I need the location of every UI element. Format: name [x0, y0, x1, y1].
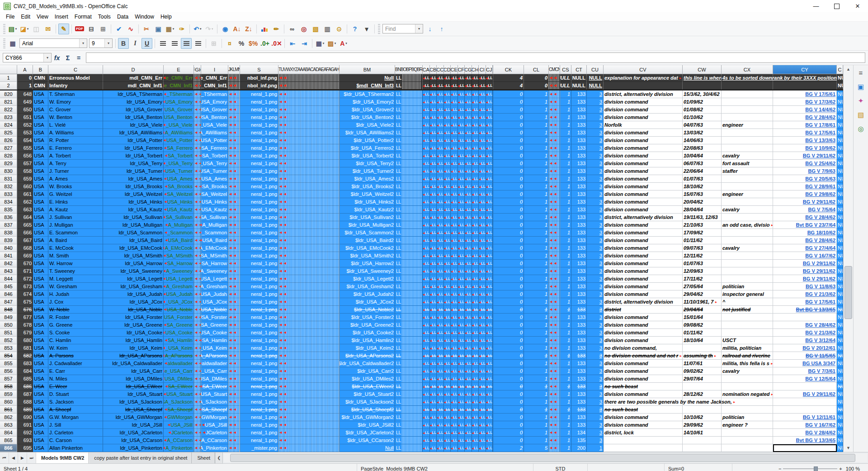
cell-rank[interactable]: BG V 27/4/64 [773, 244, 837, 252]
zoom-icon[interactable]: ⊙ [334, 24, 344, 34]
cell-bm[interactable]: $ldr_USA_Potter2 [340, 137, 395, 144]
cell-cf[interactable]: LL [458, 175, 465, 182]
cell-cf[interactable]: LL [458, 229, 465, 236]
cell-cz-clipped[interactable]: NU [837, 237, 843, 244]
cell-symbol-png[interactable]: neral_1.png [240, 167, 278, 175]
cell-bm[interactable]: $ldr_USA_Turner2 [340, 167, 395, 175]
cell-hatch-group[interactable] [194, 437, 201, 444]
cell-ce[interactable]: LL [451, 337, 458, 344]
cell-hatch-group[interactable] [549, 244, 560, 252]
cell-hatch-group[interactable] [278, 90, 340, 98]
cell-cj[interactable]: LL [486, 252, 493, 259]
cell-effect[interactable]: aldwallader [164, 360, 194, 367]
cell-cb[interactable]: LL [430, 106, 437, 113]
tab-scroll-left-icon[interactable]: ❮ [215, 452, 223, 463]
cell-effect[interactable]: GWMorgan [164, 414, 194, 421]
cell-cz-clipped[interactable]: NU [837, 82, 843, 90]
cell-country[interactable]: USA [33, 306, 48, 314]
cell-id[interactable]: 651 [17, 114, 33, 121]
cell-cc[interactable]: LL [437, 344, 444, 352]
cell-bm[interactable]: $ldr_USA_Forster2 [340, 314, 395, 321]
cell-cz-clipped[interactable]: NU [837, 129, 843, 137]
cell-ck[interactable]: 0 [493, 360, 524, 367]
cell-country[interactable]: USA [33, 444, 48, 452]
cell-hatch-group[interactable] [549, 198, 560, 206]
cell-cs[interactable]: 1 [560, 360, 571, 367]
cell-cu[interactable]: 3 [587, 98, 604, 106]
cell-note[interactable]: no division command, [604, 344, 683, 352]
cell-ca[interactable]: LL [423, 329, 430, 336]
cell-cl[interactable]: 1 [524, 283, 549, 290]
cell-extra[interactable] [722, 129, 773, 137]
cell-hatch-group[interactable] [194, 329, 201, 337]
cell-country[interactable]: CMN [33, 82, 48, 90]
cell-hatch-group[interactable] [194, 375, 201, 383]
cell-cb[interactable]: LL [430, 367, 437, 375]
cell-hatch-group[interactable] [278, 306, 340, 314]
cell-rank[interactable]: BG V 11/8/63 [773, 283, 837, 290]
cell-cg[interactable]: LL [465, 98, 472, 105]
cell-effect2[interactable]: _USA_JCox [201, 298, 228, 306]
cell-date[interactable]: 29/09/62 [683, 421, 722, 429]
cell-symbol-png[interactable]: neral_1.png [240, 214, 278, 221]
cell-cb[interactable]: LL [430, 360, 437, 367]
cell-country[interactable]: USA [33, 290, 48, 298]
cell-symbol-png[interactable]: neral_1.png [240, 221, 278, 229]
cell-model[interactable]: ldr_USA_Forster [103, 314, 164, 321]
cell-rank[interactable]: BG V 29/8/62 [773, 190, 837, 198]
delete-decimal-icon[interactable]: .0✕ [271, 38, 282, 49]
cell-ck[interactable]: 0 [493, 429, 524, 437]
column-header-s[interactable]: S [240, 65, 278, 74]
cell-cb[interactable]: LL [430, 244, 437, 252]
cell-cf[interactable]: LL [458, 398, 465, 405]
column-header-cb[interactable]: CB [430, 65, 437, 74]
cell-cb[interactable]: LL [430, 337, 437, 344]
cell-hatch-group[interactable] [278, 398, 340, 406]
cell-cf[interactable]: LL [458, 90, 465, 98]
cell-cc[interactable]: LL [437, 298, 444, 305]
cell-hatch-group[interactable] [228, 114, 240, 121]
cell-date[interactable] [683, 383, 722, 390]
cell-country[interactable]: USA [33, 260, 48, 267]
cell-country[interactable]: USA [33, 206, 48, 214]
cell-ch[interactable]: LL [472, 390, 479, 398]
cell-model[interactable]: ldr_USA_Carr [103, 367, 164, 375]
cell-extra[interactable] [722, 114, 773, 121]
row-header[interactable]: 844 [0, 275, 17, 283]
cell-hatch-group[interactable] [228, 337, 240, 344]
cell-hatch-group[interactable] [549, 74, 560, 82]
row-header[interactable]: 861 [0, 406, 17, 414]
cell-cz-clipped[interactable]: NU [837, 260, 843, 267]
cell-cf[interactable]: LL [458, 283, 465, 290]
cell-ck[interactable]: 0 [493, 290, 524, 298]
cell-cs[interactable]: 1 [560, 398, 571, 406]
cell-model[interactable]: mdl_CMN_Err [103, 74, 164, 82]
cell-hatch-group[interactable] [194, 306, 201, 314]
cell-extra[interactable] [722, 383, 773, 390]
cell-group-ca-cj[interactable]: LLLLLLLLLLLLLLLLLLLL [423, 314, 493, 321]
cell-cs[interactable]: 1 [560, 144, 571, 152]
cell-name[interactable]: W. Emory [48, 98, 103, 106]
cell-hatch-group[interactable] [278, 352, 340, 360]
cell-hatch-group[interactable] [549, 206, 560, 214]
cell-cu[interactable]: 3 [587, 198, 604, 206]
cell-cf[interactable]: LL [458, 237, 465, 244]
cell-ce[interactable]: LL [451, 329, 458, 336]
cell-cz-clipped[interactable]: NU [837, 290, 843, 298]
cell-ci[interactable]: LL [479, 129, 486, 136]
cell-note[interactable]: division command [604, 144, 683, 152]
cell-cu[interactable]: 3 [587, 229, 604, 237]
cell-cu[interactable]: 3 [587, 152, 604, 160]
row-header[interactable]: 841 [0, 252, 17, 260]
cell-bm[interactable]: $ldr_USA_JSill2 [340, 421, 395, 429]
background-color-icon[interactable]: ▨▾ [326, 38, 337, 49]
cell-ca[interactable]: LL [423, 290, 430, 298]
cell-hatch-group[interactable] [278, 444, 340, 452]
cell-model[interactable]: ldr_USA_Caldwallader [103, 360, 164, 367]
cell-hatch-group[interactable] [549, 129, 560, 137]
cell-cg[interactable]: LL [465, 321, 472, 328]
cell-country[interactable]: USA [33, 214, 48, 221]
cell-cl[interactable]: 1 [524, 344, 549, 352]
cell-rank[interactable]: BG V 17/3/62 [773, 98, 837, 106]
cell-cz-clipped[interactable]: NU [837, 344, 843, 352]
